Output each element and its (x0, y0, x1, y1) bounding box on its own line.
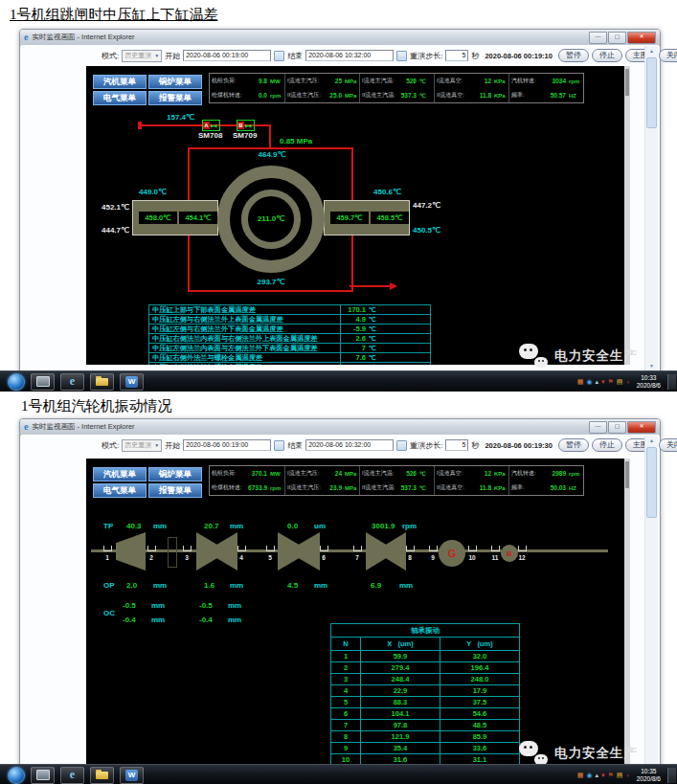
mode-select[interactable]: 历史重演▼ (122, 50, 162, 62)
mode-select[interactable]: 历史重演▼ (122, 439, 162, 452)
tray-icon[interactable]: ▦ (577, 772, 584, 778)
tray-icon[interactable]: ▴ (596, 772, 599, 778)
minimize-button[interactable]: — (589, 32, 607, 44)
stop-button[interactable]: 停止 (592, 49, 622, 62)
menu-button[interactable]: 报警菜单 (148, 483, 202, 498)
browser-content: 模式: 历史重演▼ 开始 2020-08-06 00:19:00 结束 2020… (21, 435, 659, 777)
right-outer-temp-1: 447.2℃ (413, 201, 440, 210)
stop-button[interactable]: 停止 (592, 438, 622, 452)
pause-button[interactable]: 暂停 (558, 438, 589, 452)
show-desktop-button[interactable] (667, 768, 676, 783)
left-outer-temp-2: 444.7℃ (86, 226, 129, 235)
taskbar-w-app-icon[interactable]: W (120, 767, 144, 784)
menu-button[interactable]: 电气菜单 (93, 91, 147, 105)
menu-button[interactable]: 汽机菜单 (93, 467, 147, 482)
close-button[interactable]: ✕ (627, 32, 656, 44)
status-label: 频率: (511, 91, 525, 100)
row-unit: ℃ (369, 345, 376, 352)
close-button[interactable]: ✕ (627, 421, 656, 434)
tray-icon[interactable]: ⚑ (608, 378, 614, 385)
end-datetime-input[interactable]: 2020-08-06 10:32:00 (305, 50, 394, 61)
start-button[interactable] (8, 767, 25, 784)
browser-scrollbar[interactable]: ▲ ▼ (644, 46, 658, 371)
taskbar-clock[interactable]: 10:33 2020/8/6 (633, 374, 665, 390)
panel-scrollbar-thumb[interactable] (625, 69, 629, 96)
tray-icon[interactable]: ⚑ (608, 772, 614, 778)
status-value: 50.03 (551, 484, 566, 491)
status-unit: HZ (569, 485, 581, 491)
tray-icon[interactable]: ▴ (596, 378, 599, 385)
panel-scrollbar[interactable] (624, 459, 630, 771)
calendar-icon[interactable] (396, 51, 407, 61)
taskbar-folder-icon[interactable] (90, 767, 114, 784)
bearing-icon (468, 546, 477, 551)
menu-button[interactable]: 锅炉菜单 (148, 75, 202, 89)
close-page-button[interactable]: 关闭 (659, 49, 677, 62)
bearing-number: 2 (146, 554, 157, 561)
valve-sm708[interactable]: A ▶◀ (202, 120, 220, 131)
start-button[interactable] (8, 373, 25, 391)
bearing-icon (353, 546, 362, 551)
taskbar-ie-icon[interactable]: e (60, 373, 84, 391)
calendar-icon[interactable] (274, 51, 284, 61)
taskbar-window-icon[interactable] (31, 767, 55, 784)
tray-icon[interactable]: ▾ (601, 772, 605, 778)
start-datetime-input[interactable]: 2020-08-06 00:19:00 (183, 50, 271, 61)
scroll-up-icon[interactable]: ▲ (645, 46, 658, 56)
tray-icon[interactable]: ◖ (625, 772, 629, 778)
browser-scrollbar[interactable]: ▲ ▼ (644, 436, 658, 776)
scroll-up-icon[interactable]: ▲ (645, 436, 658, 446)
scrollbar-thumb[interactable] (646, 447, 657, 518)
status-label: 汽机转速: (511, 469, 536, 478)
taskbar-folder-icon[interactable] (90, 373, 114, 391)
row-unit: ℃ (369, 306, 376, 314)
calendar-icon[interactable] (274, 440, 284, 451)
taskbar-clock[interactable]: 10:35 2020/8/6 (633, 768, 665, 783)
menu-button[interactable]: 电气菜单 (93, 483, 147, 498)
row-value: 4.9 (341, 315, 366, 324)
maximize-button[interactable]: ▢ (608, 32, 626, 44)
left-outer-temp-1: 452.1℃ (86, 203, 129, 212)
close-page-button[interactable]: 关闭 (659, 438, 677, 452)
step-input[interactable]: 5 (445, 439, 468, 451)
scrollbar-thumb[interactable] (646, 57, 657, 128)
replay-toolbar: 模式: 历史重演▼ 开始 2020-08-06 00:19:00 结束 2020… (102, 438, 677, 452)
pipe-drop (269, 124, 271, 149)
show-desktop-button[interactable] (667, 374, 676, 390)
oc-unit-1: mm (151, 601, 165, 610)
status-unit: KPa (494, 93, 507, 99)
tray-icon[interactable]: ◖ (625, 378, 629, 385)
window-titlebar[interactable]: e 实时监视画面 - Internet Explorer — ▢ ✕ (20, 419, 660, 436)
valve-sm709[interactable]: B ▶◀ (237, 120, 255, 131)
menu-button[interactable]: 汽机菜单 (93, 75, 147, 89)
tray-icon[interactable]: ◉ (586, 772, 592, 778)
mode-label: 模式: (102, 440, 119, 451)
tray-icon[interactable]: ▤ (617, 772, 623, 778)
status-field: I流道真空: 12 KPa (434, 74, 508, 88)
w-app-icon: W (125, 770, 138, 781)
tray-icon[interactable]: ▤ (617, 378, 623, 385)
bearing-icon (320, 546, 328, 551)
tray-icon[interactable]: ▦ (577, 378, 584, 385)
panel-scrollbar-thumb[interactable] (625, 461, 629, 488)
menu-button[interactable]: 锅炉菜单 (148, 467, 202, 482)
taskbar-ie-icon[interactable]: e (60, 767, 84, 784)
pause-button[interactable]: 暂停 (558, 49, 589, 62)
taskbar-window-icon[interactable] (31, 373, 55, 391)
step-input[interactable]: 5 (445, 50, 468, 61)
maximize-button[interactable]: ▢ (608, 421, 626, 434)
panel-scrollbar[interactable] (624, 66, 630, 365)
calendar-icon[interactable] (396, 440, 407, 451)
end-datetime-input[interactable]: 2020-08-06 10:32:00 (305, 439, 394, 451)
row-value: 7.6 (341, 353, 366, 362)
minimize-button[interactable]: — (589, 421, 607, 434)
status-field: 给煤机转速: 6733.9 rpm (210, 481, 284, 495)
tray-icon[interactable]: ▾ (601, 378, 605, 385)
window-titlebar[interactable]: e 实时监视画面 - Internet Explorer — ▢ ✕ (20, 30, 660, 46)
start-datetime-input[interactable]: 2020-08-06 00:19:00 (183, 439, 271, 451)
status-label: I流道主汽温: (362, 77, 394, 85)
taskbar-w-app-icon[interactable]: W (120, 373, 144, 391)
status-value: 23.9 (329, 484, 342, 491)
menu-button[interactable]: 报警菜单 (148, 91, 202, 105)
tray-icon[interactable]: ◉ (586, 378, 592, 385)
